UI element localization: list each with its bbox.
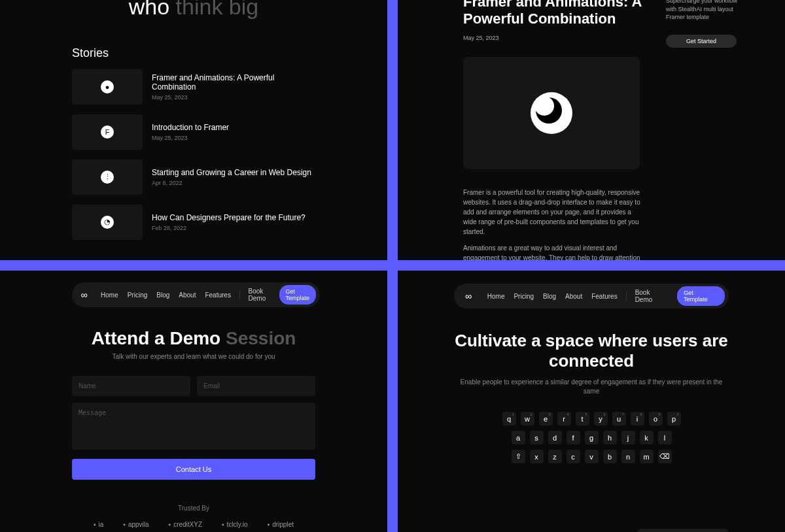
get-started-button[interactable]: Get Started <box>666 35 737 48</box>
keyboard-key: f <box>567 431 580 444</box>
keyboard-key: t5 <box>576 412 589 425</box>
story-thumbnail: F <box>72 114 143 150</box>
book-demo-link[interactable]: Book Demo <box>244 285 275 305</box>
story-date: Apr 8, 2022 <box>152 180 315 186</box>
nav-divider <box>239 290 240 299</box>
keyboard-graphic: q1w2e3r4t5y6u7i8o9p0 asdfghjkl ⇧xzcvbnm⌫ <box>454 412 729 463</box>
get-template-button[interactable]: Get Template <box>677 286 725 306</box>
keyboard-key: a <box>512 431 525 444</box>
nav-link-pricing[interactable]: Pricing <box>123 289 152 301</box>
keyboard-key: j <box>621 431 635 444</box>
nav-link-about[interactable]: About <box>174 289 200 301</box>
keyboard-key: ⌫ <box>658 450 672 463</box>
contact-us-button[interactable]: Contact Us <box>72 459 315 480</box>
story-icon: ◔ <box>101 216 114 229</box>
cultivate-subtitle: Enable people to experience a similar de… <box>454 378 729 396</box>
keyboard-key: v <box>585 450 599 463</box>
nav-link-blog[interactable]: Blog <box>538 290 561 303</box>
keyboard-key: m <box>640 450 654 463</box>
story-date: May 25, 2023 <box>152 94 315 101</box>
sidebar-cta-text: Supercharge your workflow with StealthAI… <box>666 0 744 22</box>
logo-icon[interactable]: ∞ <box>80 288 88 301</box>
nav-link-features[interactable]: Features <box>200 289 235 301</box>
keyboard-key: w2 <box>521 412 534 425</box>
cultivate-title: Cultivate a space where users are connec… <box>454 331 729 371</box>
story-item[interactable]: ● Framer and Animations: A Powerful Comb… <box>72 69 315 105</box>
stories-panel: who think big Stories ● Framer and Anima… <box>0 0 387 260</box>
demo-panel: ∞ HomePricingBlogAboutFeatures Book Demo… <box>0 271 387 532</box>
nav-link-about[interactable]: About <box>561 290 587 303</box>
story-item[interactable]: ⋮ Starting and Growing a Career in Web D… <box>72 159 315 195</box>
name-input[interactable] <box>72 376 190 396</box>
keyboard-key: h <box>603 431 617 444</box>
article-date: May 25, 2023 <box>463 35 646 41</box>
partner-logo: ▪dripplet <box>268 521 294 528</box>
story-thumbnail: ◔ <box>72 205 143 240</box>
keyboard-key: r4 <box>557 412 571 425</box>
trusted-by-label: Trusted By <box>72 505 315 512</box>
nav-link-pricing[interactable]: Pricing <box>509 290 538 303</box>
top-nav: ∞ HomePricingBlogAboutFeatures Book Demo… <box>454 284 729 308</box>
cultivate-panel: ∞ HomePricingBlogAboutFeatures Book Demo… <box>398 271 785 532</box>
story-date: May 25, 2023 <box>152 135 315 141</box>
get-template-button[interactable]: Get Template <box>279 285 317 305</box>
story-thumbnail: ⋮ <box>72 159 143 195</box>
article-body: Framer is a powerful tool for creating h… <box>463 188 646 260</box>
demo-title: Attend a Demo Session <box>72 328 315 349</box>
contact-form: Contact Us <box>72 376 315 480</box>
logos-row: ▪ia▪appvila▪creditXYZ▪tclcly.io▪dripplet <box>72 521 315 528</box>
story-icon: ● <box>101 80 114 93</box>
demo-subtitle: Talk with our experts and learn what we … <box>72 353 315 360</box>
article-hero-image <box>463 57 640 169</box>
keyboard-key: s <box>530 431 544 444</box>
stories-heading: Stories <box>72 46 315 60</box>
nav-link-blog[interactable]: Blog <box>152 289 174 301</box>
hero-title: who think big <box>72 0 315 20</box>
story-item[interactable]: ◔ How Can Designers Prepare for the Futu… <box>72 205 315 240</box>
partner-logo: ▪creditXYZ <box>169 521 202 528</box>
keyboard-key: l <box>658 431 672 444</box>
partner-logo: ▪tclcly.io <box>222 521 248 528</box>
keyboard-key: u7 <box>612 412 626 425</box>
keyboard-key: c <box>567 450 580 463</box>
keyboard-key: q1 <box>502 412 516 425</box>
logo-icon[interactable]: ∞ <box>462 290 475 303</box>
article-title: Framer and Animations: A Powerful Combin… <box>463 0 646 28</box>
search-box[interactable]: ⌕ Set <box>637 529 729 532</box>
keyboard-key: i8 <box>631 412 644 425</box>
keyboard-key: o9 <box>649 412 663 425</box>
story-icon: F <box>101 125 114 139</box>
article-panel: Framer and Animations: A Powerful Combin… <box>398 0 785 260</box>
story-title: Starting and Growing a Career in Web Des… <box>152 168 315 177</box>
sidebar-cta: Supercharge your workflow with StealthAI… <box>666 0 744 260</box>
top-nav: ∞ HomePricingBlogAboutFeatures Book Demo… <box>72 282 320 307</box>
story-item[interactable]: F Introduction to Framer May 25, 2023 <box>72 114 315 150</box>
stealth-logo-icon <box>531 92 572 134</box>
keyboard-key: x <box>530 450 544 463</box>
story-title: Introduction to Framer <box>152 123 315 132</box>
story-title: Framer and Animations: A Powerful Combin… <box>152 73 315 91</box>
nav-link-features[interactable]: Features <box>587 290 621 303</box>
nav-divider <box>626 291 627 301</box>
partner-logo: ▪appvila <box>123 521 148 528</box>
keyboard-key: d <box>548 431 562 444</box>
email-input[interactable] <box>197 376 315 396</box>
keyboard-key: n <box>621 450 635 463</box>
story-title: How Can Designers Prepare for the Future… <box>152 213 315 222</box>
keyboard-key: ⇧ <box>512 450 525 463</box>
story-icon: ⋮ <box>101 171 114 184</box>
keyboard-key: b <box>603 450 617 463</box>
message-textarea[interactable] <box>72 403 315 450</box>
nav-link-home[interactable]: Home <box>483 290 510 303</box>
keyboard-key: y6 <box>594 412 608 425</box>
partner-logo: ▪ia <box>94 521 103 528</box>
nav-link-home[interactable]: Home <box>96 289 123 301</box>
story-thumbnail: ● <box>72 69 143 105</box>
keyboard-key: e3 <box>539 412 553 425</box>
story-date: Feb 28, 2022 <box>152 225 315 231</box>
book-demo-link[interactable]: Book Demo <box>631 286 674 306</box>
keyboard-key: z <box>548 450 562 463</box>
keyboard-key: g <box>585 431 599 444</box>
keyboard-key: p0 <box>667 412 681 425</box>
keyboard-key: k <box>640 431 654 444</box>
